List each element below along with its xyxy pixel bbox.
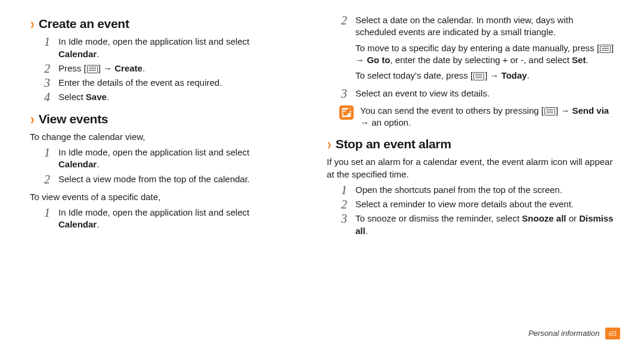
step-number: 3 — [339, 88, 349, 99]
step-text: Select a reminder to view more details a… — [355, 198, 614, 210]
paragraph: To select today's date, press [] → Today… — [355, 70, 614, 82]
step-number: 2 — [42, 173, 52, 185]
menu-icon — [600, 45, 611, 53]
menu-icon — [473, 72, 484, 80]
text: . — [97, 49, 99, 59]
note-block: You can send the event to others by pres… — [339, 105, 614, 129]
step-number: 1 — [42, 36, 52, 60]
numbered-step: 3 Enter the details of the event as requ… — [42, 77, 310, 89]
step-text: Open the shortcuts panel from the top of… — [355, 184, 614, 196]
text: , enter the date by selecting + or -, an… — [390, 55, 572, 65]
footer: Personal information 65 — [528, 328, 620, 339]
step-number: 2 — [339, 14, 349, 85]
left-column: › Create an event 1 In Idle mode, open t… — [12, 12, 322, 331]
text-bold: Today — [499, 70, 527, 80]
numbered-step: 2 Select a reminder to view more details… — [339, 198, 614, 210]
step-number: 4 — [42, 91, 52, 103]
text: Enter the details of the event as requir… — [58, 77, 222, 88]
arrow: → — [561, 105, 569, 116]
step-number: 2 — [42, 63, 52, 74]
numbered-step: 3 To snooze or dismiss the reminder, sel… — [339, 213, 614, 237]
step-number: 1 — [42, 147, 52, 171]
numbered-step: 1 In Idle mode, open the application lis… — [42, 207, 310, 231]
arrow: → — [355, 55, 364, 65]
text-bold: Calendar — [58, 159, 97, 169]
step-number: 2 — [339, 198, 349, 210]
numbered-step: 2 Select a date on the calendar. In mont… — [339, 14, 614, 85]
text: Select a reminder to view more details a… — [355, 199, 574, 209]
text: To move to a specific day by entering a … — [355, 43, 599, 53]
page-number: 65 — [605, 328, 620, 339]
section-heading: Create an event — [39, 15, 129, 32]
section-heading: View events — [39, 111, 109, 127]
text: . — [366, 226, 368, 236]
paragraph: To change the calendar view, — [30, 131, 310, 143]
step-text: Select an event to view its details. — [355, 88, 614, 99]
footer-section-label: Personal information — [528, 329, 599, 338]
text: Select a date on the calendar. In month … — [355, 15, 573, 37]
text-bold: Set — [572, 55, 586, 65]
numbered-step: 4 Select Save. — [42, 91, 310, 103]
text: . — [527, 70, 530, 80]
section-stop-an-event-alarm: › Stop an event alarm — [327, 136, 614, 152]
text-bold: Calendar — [58, 49, 97, 59]
text: . — [97, 219, 99, 229]
step-number: 1 — [339, 184, 349, 196]
numbered-step: 3 Select an event to view its details. — [339, 88, 614, 99]
text: In Idle mode, open the application list … — [58, 207, 249, 217]
text-bold: Send via — [569, 105, 609, 116]
text: You can send the event to others by pres… — [360, 105, 544, 116]
paragraph: To view events of a specific date, — [30, 191, 310, 203]
step-text: To snooze or dismiss the reminder, selec… — [355, 213, 614, 237]
text: Select an event to view its details. — [355, 88, 490, 98]
text: . — [107, 92, 109, 102]
step-text: Select a view mode from the top of the c… — [58, 173, 310, 185]
menu-icon — [544, 107, 555, 116]
step-text: In Idle mode, open the application list … — [58, 207, 310, 231]
text-bold: Create — [112, 63, 143, 73]
text: To select today's date, press [ — [355, 70, 473, 80]
arrow: → — [360, 117, 369, 127]
section-view-events: › View events — [30, 111, 310, 127]
step-text: Press [] → Create. — [58, 63, 310, 74]
text: . — [97, 159, 99, 169]
numbered-step: 2 Select a view mode from the top of the… — [42, 173, 310, 185]
text: ] — [611, 43, 614, 53]
text: In Idle mode, open the application list … — [58, 147, 249, 157]
text: In Idle mode, open the application list … — [58, 36, 249, 46]
numbered-step: 1 Open the shortcuts panel from the top … — [339, 184, 614, 196]
text: Select a view mode from the top of the c… — [58, 174, 250, 184]
text: or — [566, 213, 579, 223]
step-number: 3 — [42, 77, 52, 89]
text: . — [143, 63, 145, 73]
section-heading: Stop an event alarm — [336, 136, 451, 152]
text: . — [586, 55, 588, 65]
text: Press [ — [58, 63, 86, 73]
step-number: 1 — [42, 207, 52, 231]
arrow: → — [103, 63, 112, 73]
arrow: → — [490, 70, 499, 80]
menu-icon — [87, 65, 98, 73]
text: To snooze or dismiss the reminder, selec… — [355, 213, 522, 223]
step-text: Enter the details of the event as requir… — [58, 77, 310, 89]
manual-page: › Create an event 1 In Idle mode, open t… — [0, 0, 644, 349]
step-text: Select Save. — [58, 91, 310, 103]
text-bold: Calendar — [58, 219, 97, 229]
note-body: You can send the event to others by pres… — [360, 105, 614, 129]
numbered-step: 2 Press [] → Create. — [42, 63, 310, 74]
numbered-step: 1 In Idle mode, open the application lis… — [42, 147, 310, 171]
step-text: Select a date on the calendar. In month … — [355, 14, 614, 85]
step-text: In Idle mode, open the application list … — [58, 147, 310, 171]
step-text: In Idle mode, open the application list … — [58, 36, 310, 60]
text-bold: Go to — [364, 55, 390, 65]
text: Open the shortcuts panel from the top of… — [355, 185, 562, 195]
chevron-right-icon: › — [30, 16, 35, 32]
section-create-an-event: › Create an event — [30, 15, 310, 32]
chevron-right-icon: › — [327, 136, 332, 152]
paragraph: To move to a specific day by entering a … — [355, 42, 614, 67]
note-icon — [339, 105, 354, 120]
paragraph: If you set an alarm for a calendar event… — [327, 156, 614, 180]
text-bold: Save — [86, 92, 107, 102]
step-number: 3 — [339, 213, 349, 237]
text: Select — [58, 92, 86, 102]
